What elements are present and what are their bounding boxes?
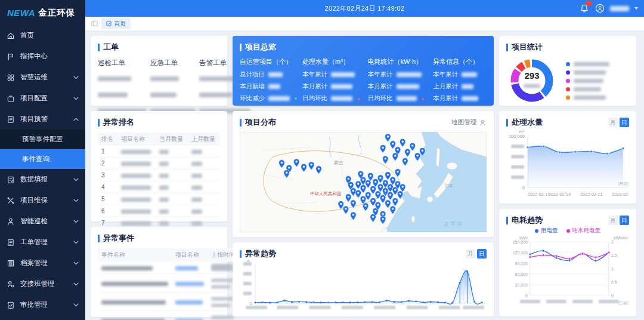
water-toggle-month[interactable]: 月	[608, 118, 618, 127]
overview-row: 环比减少▼	[240, 94, 299, 103]
breadcrumb-tab-home[interactable]: 首页	[101, 18, 131, 29]
svg-text:日本: 日本	[445, 184, 453, 189]
sidebar-item-3[interactable]: 智慧运维	[0, 67, 85, 88]
title-accent	[506, 119, 508, 127]
username-blurred[interactable]	[610, 6, 629, 11]
sidebar-subitem-事件查询[interactable]: 事件查询	[0, 149, 85, 169]
svg-text:30,000: 30,000	[515, 283, 528, 287]
legend-item	[566, 79, 609, 83]
person-icon	[7, 280, 15, 288]
abnormal-toggle-day[interactable]: 日	[477, 249, 487, 259]
legend-dot	[566, 96, 570, 100]
sidebar-item-label: 项目预警	[20, 115, 48, 124]
overview-row-label: 本年累计	[368, 70, 393, 79]
table-row[interactable]	[98, 274, 240, 293]
user-avatar-icon[interactable]	[595, 4, 605, 13]
map-manage-button[interactable]: 地图管理	[451, 118, 487, 127]
project-link-cell[interactable]	[172, 261, 208, 274]
blurred-value	[211, 297, 234, 300]
blurred-value	[191, 210, 202, 214]
overview-group-name: 异常信息（个）	[433, 57, 487, 66]
sidebar-subitem-label: 事件查询	[22, 155, 49, 164]
table-row[interactable]: 3	[98, 170, 220, 181]
events-table: 事件名称项目名称上报时间	[98, 248, 240, 320]
table-row[interactable]	[98, 311, 240, 320]
blurred-value	[98, 76, 131, 81]
sidebar-item-4[interactable]: 项目配置	[0, 88, 85, 109]
sidebar-item-label: 智慧运维	[20, 73, 48, 82]
svg-text:90,000: 90,000	[515, 261, 528, 266]
chevron-down-icon	[73, 261, 79, 265]
sidebar-item-6[interactable]: 数据填报	[0, 169, 85, 190]
legend-dot	[566, 62, 570, 66]
card-ranking-title: 异常排名	[103, 117, 134, 128]
blurred-value	[121, 174, 151, 178]
alarm-doc-icon	[7, 115, 15, 124]
sidebar-item-5[interactable]: 项目预警	[0, 109, 85, 130]
legend-dot	[566, 70, 570, 75]
sidebar-item-2[interactable]: 指挥中心	[0, 46, 85, 67]
sidebar-item-1[interactable]: 首页	[0, 25, 85, 46]
sidebar-subitem-预警事件配置[interactable]: 预警事件配置	[0, 130, 85, 149]
ranking-header: 上月数量	[188, 133, 220, 146]
current-month-cell	[156, 193, 188, 205]
blurred-value	[199, 93, 233, 97]
grid-icon	[7, 73, 15, 82]
blurred-value	[191, 150, 202, 154]
abnormal-toggle-month[interactable]: 月	[466, 249, 475, 259]
blurred-value	[150, 93, 177, 97]
table-row[interactable]: 4	[98, 181, 220, 193]
rank-cell: 5	[98, 193, 117, 205]
current-month-cell	[156, 205, 188, 217]
project-link-cell[interactable]	[172, 274, 208, 293]
blurred-value	[268, 84, 280, 89]
power-toggle-month[interactable]: 月	[608, 216, 618, 225]
overview-row: 本月累计	[302, 82, 364, 91]
overview-row: 总计项目	[240, 70, 299, 79]
last-month-cell	[188, 205, 220, 217]
water-toggle-day[interactable]: 日	[620, 118, 629, 127]
table-row[interactable]: 6	[98, 205, 220, 217]
china-map[interactable]: 蒙古日本太平洋中华人民共和国	[240, 132, 487, 235]
sidebar-item-10[interactable]: 档案管理	[0, 253, 85, 273]
table-row[interactable]	[98, 293, 240, 311]
blurred-value	[159, 210, 169, 214]
overview-group-name: 电耗统计（kW·h）	[368, 57, 430, 66]
blurred-value	[150, 76, 179, 81]
chevron-down-icon[interactable]	[634, 7, 638, 10]
sidebar-item-12[interactable]: 审批管理	[0, 294, 85, 315]
table-row[interactable]: 5	[98, 193, 220, 205]
svg-text:蒙古: 蒙古	[334, 160, 343, 165]
project-link-cell[interactable]	[172, 293, 208, 311]
power-toggle-day[interactable]: 日	[620, 216, 629, 225]
last-month-cell	[188, 146, 220, 158]
svg-text:kWh/m³: kWh/m³	[614, 236, 628, 240]
blurred-value	[397, 72, 422, 77]
card-water-title: 处理水量	[512, 117, 543, 128]
table-row[interactable]: 1	[98, 146, 220, 158]
legend-dot	[566, 87, 570, 91]
project-name-cell	[117, 205, 156, 217]
table-row[interactable]: 2	[98, 158, 220, 170]
overview-row-label: 总计项目	[240, 70, 265, 79]
project-link-cell[interactable]	[172, 311, 208, 320]
patrol-icon	[7, 217, 15, 226]
sidebar-item-7[interactable]: 项目维保	[0, 190, 85, 211]
sidebar-item-9[interactable]: 工单管理	[0, 232, 85, 253]
title-accent	[98, 44, 100, 51]
legend-item-0: 用电量	[535, 227, 558, 235]
project-name-cell	[117, 170, 156, 181]
sidebar-item-11[interactable]: 交接班管理	[0, 273, 85, 294]
collapse-icon[interactable]	[91, 20, 98, 27]
sidebar-item-8[interactable]: 智能巡检	[0, 211, 85, 232]
workorder-blurred-row	[98, 73, 147, 84]
project-name-cell	[117, 193, 156, 205]
workorder-column-header: 巡检工单	[98, 59, 147, 67]
notification-bell-icon[interactable]	[579, 3, 590, 14]
blurred-value	[462, 72, 477, 77]
blurred-value	[574, 70, 606, 75]
chevron-down-icon	[73, 282, 79, 286]
card-overview-title: 项目总览	[245, 42, 276, 53]
donut-center: 293	[524, 70, 540, 91]
table-row[interactable]	[98, 261, 240, 274]
